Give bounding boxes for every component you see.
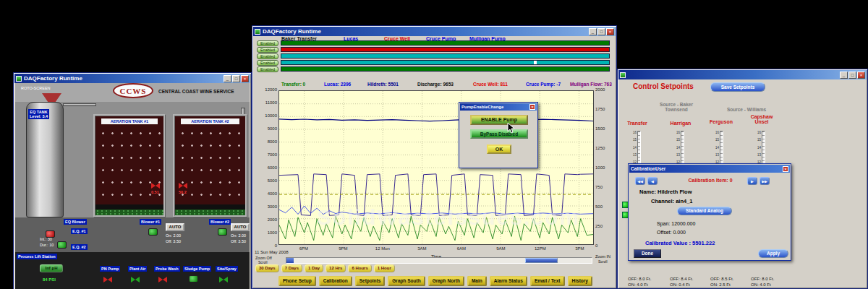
maximize-button[interactable]: □ bbox=[848, 72, 856, 79]
enable-pump-button[interactable]: ENABLE Pump bbox=[470, 115, 528, 125]
titlebar-trend-graph[interactable]: DAQFactory Runtime _ □ × bbox=[253, 27, 616, 36]
level-value: ON: 2.5 Ft bbox=[710, 282, 733, 287]
enable-button-mulligan-pump[interactable]: Enabled bbox=[257, 66, 278, 72]
valve-icon[interactable] bbox=[103, 277, 112, 282]
blower2-icon[interactable] bbox=[218, 228, 227, 236]
slider-tick: 16 bbox=[713, 131, 719, 134]
close-button[interactable]: × bbox=[241, 75, 249, 82]
y-left-tick: 8000 bbox=[268, 139, 277, 144]
level-value: ON: 4.0 Ft bbox=[628, 282, 651, 287]
enable-button-lucas[interactable]: Enabled bbox=[257, 47, 278, 53]
maximize-button[interactable]: □ bbox=[597, 28, 605, 35]
status-cruce-well: Cruce Well: 811 bbox=[473, 82, 508, 87]
enable-button-cruce-well[interactable]: Enabled bbox=[257, 53, 278, 59]
probe-wash-label: Probe Wash bbox=[154, 266, 180, 272]
scrollbar-left-arrow[interactable] bbox=[286, 258, 294, 263]
nav-button-graph-south[interactable]: Graph South bbox=[388, 276, 425, 286]
minimize-button[interactable]: _ bbox=[840, 72, 848, 79]
status-mulligan-flow: Mulligan Flow: 763 bbox=[570, 82, 612, 87]
valve-icon[interactable] bbox=[179, 183, 187, 189]
column-transfer: Transfer bbox=[621, 121, 654, 126]
analog-type-button[interactable]: Standard Analog bbox=[677, 207, 732, 215]
nav-button-email-text[interactable]: Email / Text bbox=[530, 276, 565, 286]
slider-tick: 15 bbox=[755, 138, 761, 142]
slider-groove bbox=[720, 131, 723, 164]
window-trend-graph: DAQFactory Runtime _ □ × Baker TransferL… bbox=[252, 25, 617, 289]
range-button-1-day[interactable]: 1 Day bbox=[305, 264, 323, 272]
sludge-pump-icon[interactable] bbox=[189, 275, 198, 282]
level-readout-harrigan: OFF: 8.4 Ft.ON: 0.4 Ft bbox=[670, 276, 693, 287]
calibration-dialog-titlebar[interactable]: CalibrationUser × bbox=[629, 165, 790, 173]
slider-tick: 16 bbox=[674, 131, 680, 134]
setpoint-slider-capshaw-unsel[interactable]: 1615141312 bbox=[755, 131, 768, 164]
nav-button-graph-north[interactable]: Graph North bbox=[428, 276, 464, 286]
close-button[interactable]: × bbox=[857, 72, 865, 79]
valve-icon[interactable] bbox=[151, 183, 160, 189]
valve-icon[interactable] bbox=[158, 277, 167, 282]
titlebar-control-setpoints[interactable]: _ □ × bbox=[618, 70, 867, 79]
scrollbar-thumb[interactable] bbox=[525, 258, 558, 263]
valve-icon[interactable] bbox=[131, 277, 140, 282]
enable-button-baker-transfer[interactable]: Enabled bbox=[257, 40, 278, 46]
pump-enable-dialog-titlebar[interactable]: PumpEnableChange × bbox=[460, 103, 537, 111]
close-button[interactable]: × bbox=[606, 28, 614, 35]
maximize-button[interactable]: □ bbox=[232, 75, 240, 82]
slider-tick: 14 bbox=[631, 146, 637, 150]
nav-button-calibration[interactable]: Calibration bbox=[319, 276, 352, 286]
time-scrollbar[interactable] bbox=[286, 257, 592, 264]
x-tick-9pm: 9PM bbox=[339, 246, 347, 251]
enable-button-cruce-pump[interactable]: Enabled bbox=[257, 60, 278, 66]
x-tick-12-mon: 12 Mon bbox=[375, 246, 390, 251]
nav-button-main[interactable]: Main bbox=[467, 276, 487, 286]
first-item-button[interactable]: ◀◀ bbox=[635, 177, 645, 185]
ccws-logo-text: CCWS bbox=[119, 87, 146, 95]
valve-icon[interactable] bbox=[219, 277, 228, 282]
close-icon[interactable]: × bbox=[783, 166, 788, 172]
range-button-1-hour[interactable]: 1 Hour bbox=[374, 264, 395, 272]
range-button-12-hrs[interactable]: 12 Hrs bbox=[326, 264, 346, 272]
eq-pump-2-icon[interactable] bbox=[57, 241, 67, 249]
window-process-overview: DAQFactory Runtime _ □ × ROTO-SCREEN CCW… bbox=[13, 72, 252, 289]
setpoints-panel: Control Setpoints Save Setpoints Source … bbox=[619, 79, 866, 287]
minimize-button[interactable]: _ bbox=[589, 28, 597, 35]
apply-button[interactable]: Apply bbox=[758, 249, 788, 258]
last-item-button[interactable]: ▶▶ bbox=[760, 177, 770, 185]
nav-button-phone-setup[interactable]: Phone Setup bbox=[278, 276, 316, 286]
setpoint-slider-ferguson[interactable]: 1615141312 bbox=[713, 131, 726, 164]
previous-item-button[interactable]: ◀ bbox=[647, 177, 658, 185]
minimize-button[interactable]: _ bbox=[224, 75, 231, 82]
ok-button[interactable]: OK bbox=[487, 144, 511, 154]
titlebar-process-overview[interactable]: DAQFactory Runtime _ □ × bbox=[14, 74, 250, 83]
range-button-6-hours[interactable]: 6 Hours bbox=[348, 264, 371, 272]
x-tick-6pm: 6PM bbox=[299, 246, 308, 251]
level-value: OFF: 8.4 Ft. bbox=[670, 276, 693, 282]
inf-ph-button[interactable]: Inf pH bbox=[40, 264, 63, 272]
level-value: OFF: 8.5 Ft. bbox=[710, 276, 733, 282]
offset-value: Offset: 0.000 bbox=[657, 230, 686, 235]
range-button-30-days[interactable]: 30 Days bbox=[255, 264, 279, 272]
range-button-7-days[interactable]: 7 Days bbox=[281, 264, 302, 272]
y-axis-right: 200017501500125010007505002500 bbox=[595, 87, 615, 248]
slider-scale: 1615141312 bbox=[631, 131, 637, 164]
tank2-label: AERATION TANK #2 bbox=[181, 118, 239, 124]
setpoint-slider-harrigan[interactable]: 1615141312 bbox=[674, 131, 687, 164]
level-value: ON: 0.4 Ft bbox=[670, 282, 693, 287]
level-value: ON: 4.0 Ft bbox=[751, 282, 774, 287]
blower1-icon[interactable] bbox=[148, 228, 158, 236]
blower1-auto-button[interactable]: AUTO bbox=[166, 223, 184, 231]
trend-chart[interactable] bbox=[278, 90, 594, 245]
window-control-setpoints: _ □ × Control Setpoints Save Setpoints S… bbox=[617, 69, 868, 289]
done-button[interactable]: Done bbox=[634, 249, 661, 258]
scroll-right-label: Scroll bbox=[598, 259, 608, 264]
run-bar-baker-transfer bbox=[281, 40, 610, 46]
nav-button-alarm-status[interactable]: Alarm Status bbox=[490, 276, 527, 286]
setpoint-slider-transfer[interactable]: 1615141312 bbox=[631, 131, 644, 164]
nav-button-setpoints[interactable]: Setpoints bbox=[355, 276, 386, 286]
nav-button-history[interactable]: History bbox=[568, 276, 592, 286]
calibration-item-index: Calibration Item: 0 bbox=[667, 178, 754, 183]
blower2-auto-button[interactable]: AUTO bbox=[231, 223, 250, 231]
save-setpoints-button[interactable]: Save Setpoints bbox=[710, 82, 765, 92]
y-left-tick: 7000 bbox=[268, 152, 277, 157]
bypass-button[interactable]: ByPass Disabled bbox=[470, 129, 528, 139]
close-icon[interactable]: × bbox=[529, 104, 535, 110]
